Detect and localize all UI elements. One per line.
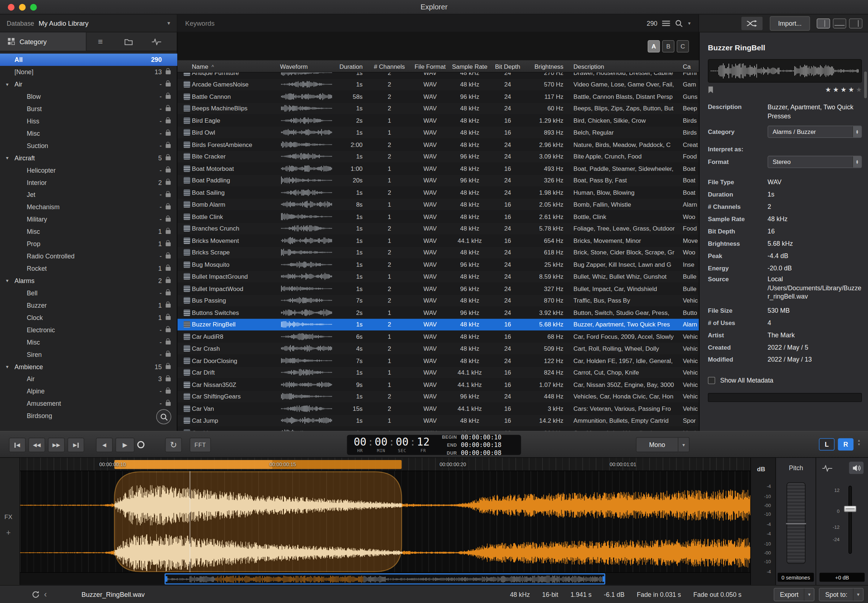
filter-button-a[interactable]: A: [648, 40, 660, 53]
close-window-button[interactable]: [8, 4, 15, 11]
column-header-name[interactable]: Name^: [192, 63, 280, 70]
chevron-down-icon[interactable]: ▾: [0, 82, 14, 87]
search-options-chevron-icon[interactable]: ▾: [688, 20, 691, 26]
sidebar-item-all[interactable]: All290: [0, 54, 177, 66]
table-row[interactable]: Boat Paddling20s1WAV96 kHz24326 HzBoat, …: [177, 175, 699, 186]
previous-button[interactable]: ◀: [96, 438, 113, 452]
sidebar-item-interior[interactable]: Interior2: [0, 176, 177, 189]
skip-to-end-button[interactable]: ▶: [68, 438, 84, 452]
waveform-display[interactable]: [20, 471, 751, 572]
show-all-metadata-checkbox[interactable]: [708, 377, 715, 384]
layout-split-vertical-button[interactable]: [817, 18, 830, 28]
table-row[interactable]: Bug Mosquito1s2WAV96 kHz2425 kHzBug Zapp…: [177, 258, 699, 271]
chevron-down-icon[interactable]: ▾: [0, 155, 14, 161]
table-row[interactable]: Car ShiftingGears1s2WAV96 kHz24448 HzVeh…: [177, 391, 699, 402]
filter-button-c[interactable]: C: [677, 40, 689, 53]
sidebar-item-none[interactable]: [None]13: [0, 66, 177, 78]
sidebar-item-alpine[interactable]: Alpine-: [0, 385, 177, 397]
record-circle-button[interactable]: [137, 441, 144, 448]
keywords-search-bar[interactable]: 290 ▾: [177, 14, 699, 32]
timeline-ruler[interactable]: 00:00:00:1000:00:00:1500:00:00:2000:00:0…: [20, 458, 751, 471]
column-header-waveform[interactable]: Waveform: [280, 63, 338, 70]
speaker-button[interactable]: [849, 462, 864, 474]
playhead-cursor[interactable]: [190, 471, 190, 572]
table-row[interactable]: Buttons Switches2s1WAV96 kHz243.92 kHzBu…: [177, 306, 699, 319]
table-row[interactable]: Arcade GamesNoise1s2WAV48 kHz24570 HzVid…: [177, 79, 699, 90]
table-row[interactable]: Car Drift1s1WAV44.1 kHz16824 HzCarrot, C…: [177, 366, 699, 379]
star-icon[interactable]: ★: [856, 87, 862, 93]
results-list-icon[interactable]: [663, 20, 671, 26]
sidebar-item-siren[interactable]: Siren-: [0, 348, 177, 360]
sidebar-item-ambience[interactable]: ▾Ambience15: [0, 360, 177, 373]
column-header-bit-depth[interactable]: Bit Depth: [492, 63, 523, 70]
table-row[interactable]: Bricks Scrape1s2WAV48 kHz24618 HzBrick, …: [177, 246, 699, 258]
fast-forward-button[interactable]: ▶▶: [48, 438, 65, 452]
table-row[interactable]: Bus Passing7s2WAV48 kHz24870 HzTraffic, …: [177, 295, 699, 306]
sidebar-item-helicopter[interactable]: Helicopter-: [0, 164, 177, 176]
table-row[interactable]: Car DoorClosing7s1WAV48 kHz24122 HzCar, …: [177, 354, 699, 366]
star-icon[interactable]: ★: [825, 87, 831, 93]
skip-to-start-button[interactable]: ◀: [9, 438, 26, 452]
sidebar-item-electronic[interactable]: Electronic-: [0, 324, 177, 336]
table-row[interactable]: Bricks Movement1s1WAV44.1 kHz16654 HzBri…: [177, 235, 699, 246]
waveform-view-button[interactable]: [142, 32, 170, 51]
selection-range-band[interactable]: [114, 460, 401, 469]
sidebar-item-burst[interactable]: Burst-: [0, 103, 177, 115]
gain-fader-track[interactable]: [848, 486, 852, 554]
sidebar-item-aircraft[interactable]: ▾Aircraft5: [0, 152, 177, 164]
shuffle-button[interactable]: [741, 16, 763, 30]
table-row[interactable]: Boat Sailing1s2WAV48 kHz241.98 kHzHuman,…: [177, 186, 699, 198]
table-row[interactable]: Boat Motorboat1:001WAV48 kHz16493 HzBoat…: [177, 162, 699, 175]
sidebar-item-misc[interactable]: Misc-: [0, 336, 177, 349]
list-view-button[interactable]: ≡: [86, 32, 114, 51]
table-row[interactable]: Branches Crunch1s2WAV48 kHz245.78 kHzFol…: [177, 223, 699, 235]
sidebar-item-misc[interactable]: Misc1: [0, 226, 177, 238]
search-icon[interactable]: [675, 19, 683, 27]
sidebar-item-hiss[interactable]: Hiss-: [0, 115, 177, 127]
sidebar-item-air[interactable]: ▾Air-: [0, 78, 177, 90]
database-selector[interactable]: Database My Audio Library ▾: [0, 14, 177, 32]
table-row[interactable]: Car Nissan350Z9s1WAV44.1 kHz161.07 kHzCa…: [177, 379, 699, 391]
table-row[interactable]: Beeps MachineBlips1s2WAV48 kHz2460 HzBee…: [177, 102, 699, 114]
spot-to-button[interactable]: Spot to: ▾: [819, 588, 864, 601]
layout-right-panel-button[interactable]: [849, 18, 863, 28]
table-row[interactable]: Birds ForestAmbience2:002WAV48 kHz242.96…: [177, 139, 699, 151]
column-header-duration[interactable]: Duration: [338, 63, 366, 70]
sidebar-item-jet[interactable]: Jet-: [0, 189, 177, 201]
table-row[interactable]: Buzzer RingBell1s2WAV48 kHz165.68 kHzBuz…: [177, 319, 699, 331]
zoom-window-button[interactable]: [30, 4, 37, 11]
channel-mode-dropdown[interactable]: Mono ▾: [636, 437, 689, 452]
sidebar-item-mechanism[interactable]: Mechanism-: [0, 201, 177, 213]
chevron-down-icon[interactable]: ▾: [0, 364, 14, 370]
table-row[interactable]: Bottle Clink1s1WAV48 kHz162.61 kHzBottle…: [177, 210, 699, 222]
table-row[interactable]: Battle Cannon58s2WAV96 kHz24117 HzBattle…: [177, 90, 699, 102]
tab-category[interactable]: Category: [0, 32, 86, 51]
column-header-brightness[interactable]: Brightness: [523, 63, 568, 70]
layout-split-horizontal-button[interactable]: [833, 18, 846, 28]
waveform-canvas[interactable]: [20, 471, 751, 572]
sidebar-item-prop[interactable]: Prop1: [0, 238, 177, 250]
column-header-file-format[interactable]: File Format: [413, 63, 447, 70]
sidebar-item-amusement[interactable]: Amusement-: [0, 397, 177, 410]
inspector-waveform-preview[interactable]: [708, 59, 862, 82]
table-row[interactable]: Antique Furniture1s2WAV48 kHz24270 HzDra…: [177, 73, 699, 79]
sidebar-item-radio-controlled[interactable]: Radio Controlled-: [0, 250, 177, 263]
format-dropdown[interactable]: Stereo ▴▾: [768, 156, 862, 168]
column-header-ca[interactable]: Ca: [678, 63, 699, 70]
table-row[interactable]: Bite Cracker1s2WAV96 kHz243.09 kHzBite A…: [177, 151, 699, 162]
star-icon[interactable]: ★: [848, 87, 854, 93]
sidebar-item-clock[interactable]: Clock1: [0, 312, 177, 324]
gain-fader-handle[interactable]: [844, 506, 856, 512]
sidebar-item-alarms[interactable]: ▾Alarms2: [0, 275, 177, 287]
sidebar-item-suction[interactable]: Suction-: [0, 140, 177, 152]
sidebar-item-military[interactable]: Military-: [0, 213, 177, 226]
overview-strip[interactable]: [20, 572, 751, 585]
right-channel-button[interactable]: R: [838, 438, 854, 451]
sidebar-item-buzzer[interactable]: Buzzer1: [0, 299, 177, 312]
sidebar-item-blow[interactable]: Blow-: [0, 90, 177, 103]
overview-viewport-box[interactable]: [165, 573, 606, 584]
left-channel-button[interactable]: L: [819, 438, 834, 451]
pitch-slider[interactable]: [786, 482, 805, 564]
channel-updown-icon[interactable]: ▴▾: [858, 439, 860, 446]
table-row[interactable]: Bomb Alarm8s1WAV48 kHz162.05 kHzBomb, Fa…: [177, 198, 699, 210]
